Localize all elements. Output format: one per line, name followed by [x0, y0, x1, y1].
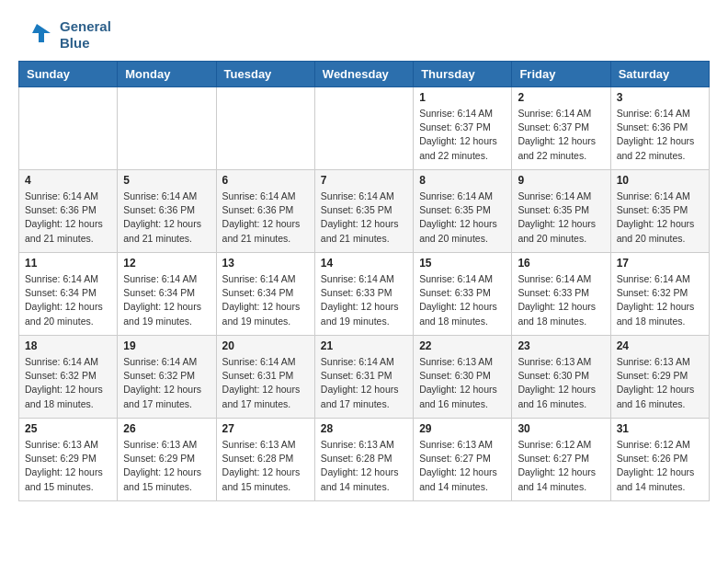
day-info: Sunrise: 6:14 AM Sunset: 6:33 PM Dayligh…: [321, 272, 407, 328]
weekday-header: Thursday: [414, 62, 512, 87]
day-number: 5: [123, 174, 210, 187]
day-number: 16: [518, 257, 604, 270]
day-info: Sunrise: 6:14 AM Sunset: 6:31 PM Dayligh…: [321, 355, 407, 411]
day-number: 1: [419, 91, 506, 104]
day-number: 6: [222, 174, 309, 187]
day-number: 3: [617, 91, 703, 104]
day-number: 26: [123, 422, 210, 435]
calendar-cell: 20Sunrise: 6:14 AM Sunset: 6:31 PM Dayli…: [216, 336, 314, 419]
day-info: Sunrise: 6:14 AM Sunset: 6:35 PM Dayligh…: [518, 190, 604, 246]
calendar-cell: 23Sunrise: 6:13 AM Sunset: 6:30 PM Dayli…: [512, 336, 610, 419]
day-info: Sunrise: 6:14 AM Sunset: 6:37 PM Dayligh…: [419, 107, 506, 163]
calendar-cell: 7Sunrise: 6:14 AM Sunset: 6:35 PM Daylig…: [314, 170, 413, 253]
calendar-cell: 29Sunrise: 6:13 AM Sunset: 6:27 PM Dayli…: [414, 419, 512, 501]
day-number: 27: [222, 422, 309, 435]
weekday-header: Sunday: [19, 62, 118, 87]
day-info: Sunrise: 6:14 AM Sunset: 6:32 PM Dayligh…: [25, 355, 111, 411]
header: General Blue: [18, 18, 710, 52]
day-info: Sunrise: 6:12 AM Sunset: 6:27 PM Dayligh…: [518, 438, 604, 494]
logo-general: General: [60, 18, 111, 35]
day-number: 23: [518, 339, 604, 352]
day-info: Sunrise: 6:13 AM Sunset: 6:30 PM Dayligh…: [419, 355, 506, 411]
day-info: Sunrise: 6:14 AM Sunset: 6:36 PM Dayligh…: [123, 190, 210, 246]
calendar-cell: 31Sunrise: 6:12 AM Sunset: 6:26 PM Dayli…: [610, 419, 709, 501]
calendar-cell: 24Sunrise: 6:13 AM Sunset: 6:29 PM Dayli…: [610, 336, 709, 419]
day-info: Sunrise: 6:14 AM Sunset: 6:36 PM Dayligh…: [25, 190, 111, 246]
calendar-cell: 22Sunrise: 6:13 AM Sunset: 6:30 PM Dayli…: [414, 336, 512, 419]
calendar-cell: [118, 87, 216, 170]
calendar-cell: 3Sunrise: 6:14 AM Sunset: 6:36 PM Daylig…: [610, 87, 709, 170]
calendar-cell: 21Sunrise: 6:14 AM Sunset: 6:31 PM Dayli…: [314, 336, 413, 419]
day-info: Sunrise: 6:14 AM Sunset: 6:36 PM Dayligh…: [617, 107, 703, 163]
logo-svg: [18, 19, 60, 52]
calendar-cell: 10Sunrise: 6:14 AM Sunset: 6:35 PM Dayli…: [610, 170, 709, 253]
day-info: Sunrise: 6:14 AM Sunset: 6:33 PM Dayligh…: [518, 272, 604, 328]
calendar-cell: 14Sunrise: 6:14 AM Sunset: 6:33 PM Dayli…: [314, 253, 413, 336]
calendar-cell: 12Sunrise: 6:14 AM Sunset: 6:34 PM Dayli…: [118, 253, 216, 336]
calendar-cell: 17Sunrise: 6:14 AM Sunset: 6:32 PM Dayli…: [610, 253, 709, 336]
day-info: Sunrise: 6:13 AM Sunset: 6:28 PM Dayligh…: [321, 438, 407, 494]
calendar-cell: 1Sunrise: 6:14 AM Sunset: 6:37 PM Daylig…: [414, 87, 512, 170]
calendar-cell: 16Sunrise: 6:14 AM Sunset: 6:33 PM Dayli…: [512, 253, 610, 336]
calendar-cell: 4Sunrise: 6:14 AM Sunset: 6:36 PM Daylig…: [19, 170, 118, 253]
calendar-cell: 11Sunrise: 6:14 AM Sunset: 6:34 PM Dayli…: [19, 253, 118, 336]
day-info: Sunrise: 6:13 AM Sunset: 6:29 PM Dayligh…: [25, 438, 111, 494]
day-info: Sunrise: 6:14 AM Sunset: 6:36 PM Dayligh…: [222, 190, 309, 246]
day-number: 21: [321, 339, 407, 352]
logo: General Blue: [18, 18, 111, 52]
day-number: 15: [419, 257, 506, 270]
weekday-header: Tuesday: [216, 62, 314, 87]
day-info: Sunrise: 6:13 AM Sunset: 6:28 PM Dayligh…: [222, 438, 309, 494]
day-info: Sunrise: 6:14 AM Sunset: 6:35 PM Dayligh…: [321, 190, 407, 246]
calendar-cell: 18Sunrise: 6:14 AM Sunset: 6:32 PM Dayli…: [19, 336, 118, 419]
day-number: 22: [419, 339, 506, 352]
calendar-cell: 5Sunrise: 6:14 AM Sunset: 6:36 PM Daylig…: [118, 170, 216, 253]
day-number: 13: [222, 257, 309, 270]
day-number: 14: [321, 257, 407, 270]
day-number: 7: [321, 174, 407, 187]
day-info: Sunrise: 6:14 AM Sunset: 6:34 PM Dayligh…: [25, 272, 111, 328]
calendar-table: SundayMondayTuesdayWednesdayThursdayFrid…: [18, 61, 710, 501]
day-number: 12: [123, 257, 210, 270]
logo-blue: Blue: [60, 35, 111, 52]
calendar-cell: 15Sunrise: 6:14 AM Sunset: 6:33 PM Dayli…: [414, 253, 512, 336]
day-number: 8: [419, 174, 506, 187]
calendar-cell: 30Sunrise: 6:12 AM Sunset: 6:27 PM Dayli…: [512, 419, 610, 501]
calendar-cell: 9Sunrise: 6:14 AM Sunset: 6:35 PM Daylig…: [512, 170, 610, 253]
calendar-cell: 19Sunrise: 6:14 AM Sunset: 6:32 PM Dayli…: [118, 336, 216, 419]
calendar-cell: 8Sunrise: 6:14 AM Sunset: 6:35 PM Daylig…: [414, 170, 512, 253]
calendar-cell: [314, 87, 413, 170]
day-number: 2: [518, 91, 604, 104]
day-number: 18: [25, 339, 111, 352]
day-info: Sunrise: 6:14 AM Sunset: 6:31 PM Dayligh…: [222, 355, 309, 411]
calendar-cell: 6Sunrise: 6:14 AM Sunset: 6:36 PM Daylig…: [216, 170, 314, 253]
day-info: Sunrise: 6:14 AM Sunset: 6:35 PM Dayligh…: [419, 190, 506, 246]
calendar-cell: [216, 87, 314, 170]
weekday-header: Friday: [512, 62, 610, 87]
calendar-cell: 26Sunrise: 6:13 AM Sunset: 6:29 PM Dayli…: [118, 419, 216, 501]
day-info: Sunrise: 6:14 AM Sunset: 6:34 PM Dayligh…: [123, 272, 210, 328]
day-number: 11: [25, 257, 111, 270]
day-number: 24: [617, 339, 703, 352]
day-info: Sunrise: 6:13 AM Sunset: 6:27 PM Dayligh…: [419, 438, 506, 494]
day-info: Sunrise: 6:14 AM Sunset: 6:33 PM Dayligh…: [419, 272, 506, 328]
weekday-header: Monday: [118, 62, 216, 87]
svg-marker-0: [32, 24, 51, 42]
calendar-cell: 28Sunrise: 6:13 AM Sunset: 6:28 PM Dayli…: [314, 419, 413, 501]
day-number: 28: [321, 422, 407, 435]
day-number: 17: [617, 257, 703, 270]
day-number: 9: [518, 174, 604, 187]
weekday-header: Saturday: [610, 62, 709, 87]
day-info: Sunrise: 6:14 AM Sunset: 6:32 PM Dayligh…: [123, 355, 210, 411]
calendar-body: 1Sunrise: 6:14 AM Sunset: 6:37 PM Daylig…: [19, 87, 710, 501]
calendar-cell: 25Sunrise: 6:13 AM Sunset: 6:29 PM Dayli…: [19, 419, 118, 501]
calendar-cell: [19, 87, 118, 170]
day-info: Sunrise: 6:12 AM Sunset: 6:26 PM Dayligh…: [617, 438, 703, 494]
calendar-cell: 2Sunrise: 6:14 AM Sunset: 6:37 PM Daylig…: [512, 87, 610, 170]
calendar-cell: 27Sunrise: 6:13 AM Sunset: 6:28 PM Dayli…: [216, 419, 314, 501]
day-number: 20: [222, 339, 309, 352]
day-number: 4: [25, 174, 111, 187]
weekday-header: Wednesday: [314, 62, 413, 87]
day-number: 29: [419, 422, 506, 435]
day-number: 31: [617, 422, 703, 435]
